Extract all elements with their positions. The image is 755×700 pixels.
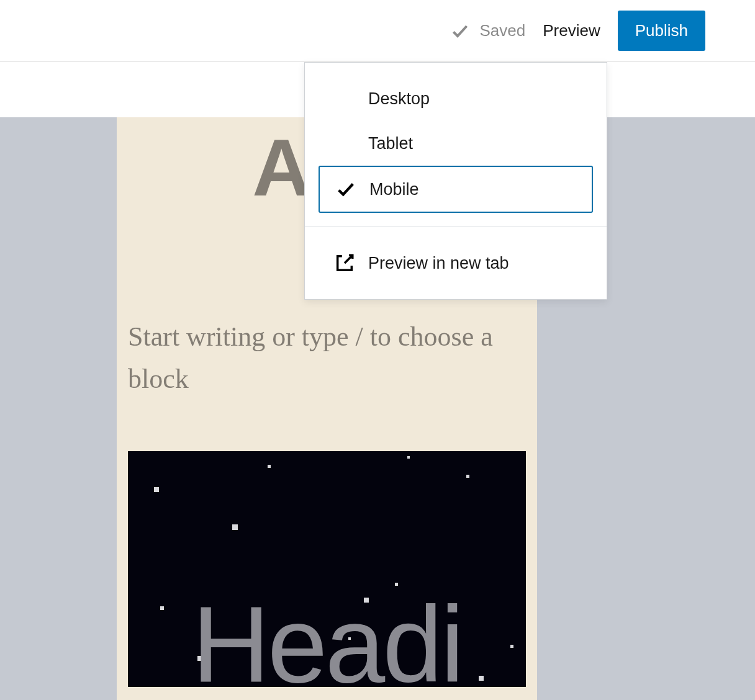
saved-indicator: Saved [450,21,526,41]
cover-heading[interactable]: Headi [192,582,462,687]
saved-label: Saved [480,21,526,40]
dropdown-item-new-tab[interactable]: Preview in new tab [319,241,593,285]
dropdown-item-desktop[interactable]: Desktop [319,76,593,121]
dropdown-section-devices: Desktop Tablet Mobile [305,63,607,227]
empty-icon-slot [333,132,356,155]
publish-button[interactable]: Publish [618,11,705,51]
dropdown-item-label: Tablet [368,134,413,153]
check-icon [450,21,470,41]
check-icon [335,178,357,200]
dropdown-section-actions: Preview in new tab [305,227,607,299]
star-decoration [407,456,410,459]
star-decoration [232,524,238,530]
editor-toolbar: Saved Preview Publish [0,0,755,62]
star-decoration [510,645,513,648]
dropdown-item-label: Mobile [369,180,419,199]
dropdown-item-label: Preview in new tab [368,254,509,273]
star-decoration [268,465,271,468]
cover-block[interactable]: Headi [128,451,526,687]
empty-icon-slot [333,88,356,110]
preview-button[interactable]: Preview [543,21,600,40]
star-decoration [160,606,164,610]
dropdown-item-tablet[interactable]: Tablet [319,121,593,166]
star-decoration [154,487,159,492]
external-link-icon [333,252,356,274]
star-decoration [466,475,469,478]
dropdown-item-label: Desktop [368,89,430,109]
preview-dropdown: Desktop Tablet Mobile Preview in new tab [304,62,607,300]
block-placeholder[interactable]: Start writing or type / to choose a bloc… [128,316,526,400]
dropdown-item-mobile[interactable]: Mobile [319,166,593,213]
star-decoration [479,676,484,681]
